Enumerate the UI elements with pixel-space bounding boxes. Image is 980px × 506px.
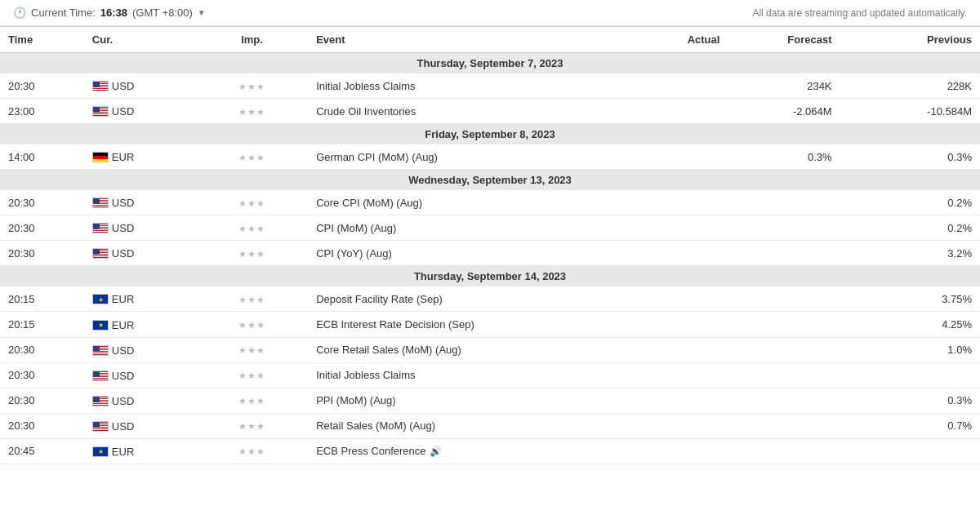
flag-us [92,223,109,233]
sound-icon[interactable]: 🔊 [430,446,442,457]
table-row: 20:30USD★★★Initial Jobless Claims234K228… [0,73,980,99]
flag-eu [92,446,109,457]
table-row: 23:00USD★★★Crude Oil Inventories-2.064M-… [0,99,980,124]
cell-forecast: 234K [728,73,840,99]
timezone-value: (GMT +8:00) [132,7,193,19]
cell-previous: 0.2% [840,215,980,241]
cell-importance: ★★★ [196,73,308,99]
cell-time: 20:30 [0,413,84,438]
header-forecast: Forecast [728,27,840,53]
currency-code: USD [112,395,134,407]
importance-stars: ★★★ [238,82,265,91]
cell-currency: USD [84,413,196,438]
cell-actual [616,286,728,312]
flag-us [92,421,109,432]
cell-time: 23:00 [0,99,84,124]
flag-us [92,81,109,91]
cell-previous: 0.2% [840,190,980,215]
header-importance: Imp. [196,27,308,53]
importance-stars: ★★★ [238,396,265,406]
cell-event: Core Retail Sales (MoM) (Aug) [308,337,616,362]
cell-currency: EUR [84,144,196,170]
cell-event: Core CPI (MoM) (Aug) [308,190,616,215]
cell-actual [616,99,728,124]
flag-us [92,345,109,356]
cell-actual [616,337,728,362]
cell-event: ECB Interest Rate Decision (Sep) [308,312,616,337]
flag-eu [92,320,109,331]
table-row: 20:30USD★★★Retail Sales (MoM) (Aug)0.7% [0,413,980,438]
cell-importance: ★★★ [196,286,308,312]
cell-actual [616,144,728,170]
importance-stars: ★★★ [238,107,265,117]
cell-forecast [728,413,840,438]
cell-previous: 3.2% [840,241,980,266]
cell-importance: ★★★ [196,190,308,215]
clock-icon: 🕐 [13,7,26,19]
cell-previous: 0.3% [840,144,980,170]
cell-event: Crude Oil Inventories [308,99,616,124]
flag-us [92,371,109,381]
cell-event: Initial Jobless Claims [308,362,616,388]
header-event: Event [308,27,616,53]
cell-previous: 228K [840,73,980,99]
current-time-label: Current Time: [31,7,96,19]
cell-previous: 3.75% [840,286,980,312]
currency-code: EUR [112,151,134,163]
currency-code: EUR [112,293,134,305]
streaming-note: All data are streaming and updated autom… [752,7,967,19]
cell-forecast: -2.064M [728,99,840,124]
cell-actual [616,241,728,266]
cell-time: 14:00 [0,144,84,170]
cell-actual [616,190,728,215]
flag-eu [92,294,109,304]
cell-currency: USD [84,337,196,362]
dropdown-arrow[interactable]: ▼ [198,8,206,17]
cell-actual [616,362,728,388]
cell-importance: ★★★ [196,215,308,241]
header-currency: Cur. [84,27,196,53]
current-time-display: 🕐 Current Time: 16:38 (GMT +8:00) ▼ [13,7,206,19]
cell-actual [616,312,728,337]
importance-stars: ★★★ [238,249,265,259]
importance-stars: ★★★ [238,421,265,431]
cell-importance: ★★★ [196,99,308,124]
cell-currency: USD [84,215,196,241]
table-row: 20:30USD★★★CPI (YoY) (Aug)3.2% [0,241,980,266]
header-time: Time [0,27,84,53]
cell-importance: ★★★ [196,413,308,438]
table-header-row: Time Cur. Imp. Event Actual Forecast Pre… [0,27,980,53]
flag-us [92,396,109,406]
table-row: 20:30USD★★★Core Retail Sales (MoM) (Aug)… [0,337,980,362]
cell-event: Retail Sales (MoM) (Aug) [308,413,616,438]
currency-code: USD [112,344,134,357]
cell-time: 20:30 [0,190,84,215]
cell-previous: 0.7% [840,413,980,438]
cell-currency: EUR [84,312,196,337]
cell-time: 20:15 [0,286,84,312]
cell-previous: 0.3% [840,388,980,413]
cell-actual [616,215,728,241]
cell-time: 20:30 [0,215,84,241]
cell-forecast [728,438,840,464]
cell-currency: EUR [84,438,196,464]
currency-code: USD [112,105,134,118]
importance-stars: ★★★ [238,224,265,233]
cell-event: Initial Jobless Claims [308,73,616,99]
cell-time: 20:30 [0,241,84,266]
cell-importance: ★★★ [196,388,308,413]
importance-stars: ★★★ [238,198,265,208]
table-row: 20:15EUR★★★Deposit Facility Rate (Sep)3.… [0,286,980,312]
table-row: 20:45EUR★★★ECB Press Conference🔊 [0,438,980,464]
cell-time: 20:30 [0,73,84,99]
cell-currency: USD [84,190,196,215]
cell-previous [840,362,980,388]
cell-actual [616,438,728,464]
cell-event: German CPI (MoM) (Aug) [308,144,616,170]
cell-time: 20:45 [0,438,84,464]
flag-us [92,248,109,259]
cell-currency: EUR [84,286,196,312]
currency-code: USD [112,222,134,234]
cell-time: 20:30 [0,362,84,388]
cell-event: Deposit Facility Rate (Sep) [308,286,616,312]
